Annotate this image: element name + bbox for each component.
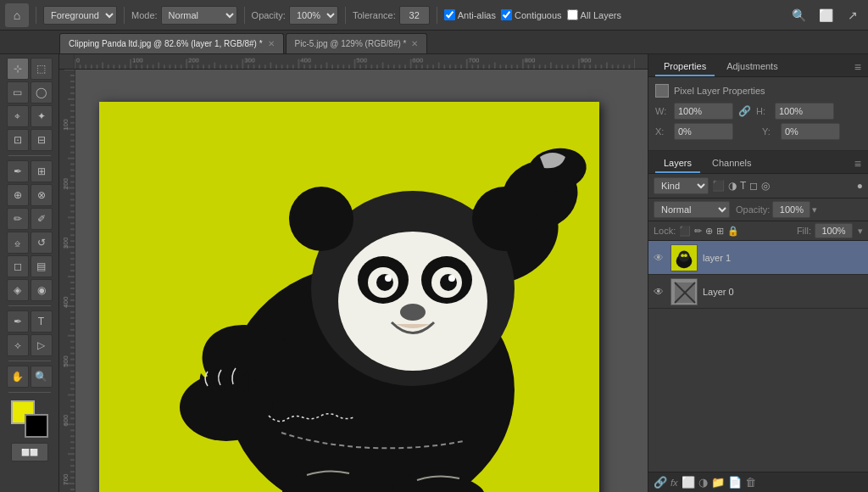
dodge-tool[interactable]: ◉ bbox=[31, 279, 53, 301]
y-input[interactable] bbox=[781, 123, 840, 140]
foreground-group: Foreground bbox=[43, 6, 117, 25]
layers-menu-icon[interactable]: ≡ bbox=[854, 157, 861, 171]
tab-layers[interactable]: Layers bbox=[655, 154, 700, 173]
layer-item-1[interactable]: 👁 Layer 0 bbox=[648, 275, 868, 309]
fx-icon[interactable]: fx bbox=[670, 478, 678, 488]
tab-0-close[interactable]: ✕ bbox=[268, 39, 275, 48]
ruler-top bbox=[75, 54, 635, 69]
shape-filter-icon[interactable]: ◻ bbox=[749, 180, 758, 192]
shape-tool[interactable]: ▷ bbox=[31, 334, 53, 356]
tolerance-input[interactable] bbox=[399, 6, 430, 25]
lasso-tool[interactable]: ⌖ bbox=[7, 105, 29, 127]
crop-tool[interactable]: ⊡ bbox=[7, 129, 29, 151]
tab-adjustments[interactable]: Adjustments bbox=[718, 58, 787, 76]
blend-mode-select[interactable]: Normal bbox=[654, 201, 730, 218]
screen-button[interactable]: ⬜ bbox=[815, 5, 836, 25]
mode-group: Mode: Normal bbox=[131, 6, 237, 25]
anti-alias-checkbox[interactable] bbox=[444, 9, 455, 20]
layers-kind-row: Kind ⬛ ◑ T ◻ ◎ ● bbox=[648, 174, 868, 198]
export-button[interactable]: ↗ bbox=[843, 5, 863, 25]
folder-icon[interactable]: 📁 bbox=[711, 476, 725, 489]
all-layers-checkbox[interactable] bbox=[567, 9, 578, 20]
gradient-tool[interactable]: ▤ bbox=[31, 255, 53, 277]
tab-0[interactable]: Clipping Panda ltd.jpg @ 82.6% (layer 1,… bbox=[59, 33, 284, 53]
marquee-ellipse-tool[interactable]: ◯ bbox=[31, 81, 53, 103]
lock-artboard-icon[interactable]: ⊞ bbox=[716, 226, 724, 237]
lock-all-icon[interactable]: 🔒 bbox=[727, 226, 739, 237]
tab-0-label: Clipping Panda ltd.jpg @ 82.6% (layer 1,… bbox=[69, 39, 263, 48]
canvas-area[interactable] bbox=[59, 54, 648, 492]
heal-tool[interactable]: ⊕ bbox=[7, 184, 29, 206]
delete-layer-icon[interactable]: 🗑 bbox=[745, 476, 756, 489]
lock-transparent-icon[interactable]: ⬛ bbox=[679, 226, 691, 237]
link-icon[interactable]: 🔗 bbox=[738, 105, 751, 117]
hand-tool[interactable]: ✋ bbox=[7, 366, 29, 388]
zoom-tool[interactable]: 🔍 bbox=[31, 366, 53, 388]
history-brush-tool[interactable]: ↺ bbox=[31, 232, 53, 254]
adjustment-icon[interactable]: ◑ bbox=[698, 476, 708, 489]
layer-vis-1[interactable]: 👁 bbox=[654, 286, 665, 298]
fill-arrow[interactable]: ▾ bbox=[858, 226, 863, 237]
opacity-arrow[interactable]: ▾ bbox=[812, 204, 817, 215]
tool-row-hand: ✋ 🔍 bbox=[7, 366, 53, 388]
adjust-filter-icon[interactable]: ◑ bbox=[728, 180, 737, 192]
eraser-tool[interactable]: ◻ bbox=[7, 255, 29, 277]
background-color-swatch[interactable] bbox=[25, 414, 48, 438]
tab-1-label: Pic-5.jpg @ 129% (RGB/8#) * bbox=[295, 39, 407, 48]
tab-1[interactable]: Pic-5.jpg @ 129% (RGB/8#) * ✕ bbox=[286, 33, 428, 53]
pencil-tool[interactable]: ✐ bbox=[31, 208, 53, 230]
layer-item-0[interactable]: 👁 layer 1 bbox=[648, 241, 868, 275]
divider bbox=[345, 7, 346, 24]
pixel-filter-icon[interactable]: ⬛ bbox=[712, 180, 725, 192]
smart-filter-icon[interactable]: ◎ bbox=[761, 180, 770, 192]
home-button[interactable]: ⌂ bbox=[5, 3, 29, 27]
link-layers-icon[interactable]: 🔗 bbox=[654, 476, 667, 489]
type-tool[interactable]: T bbox=[31, 310, 53, 333]
fill-input[interactable] bbox=[815, 223, 853, 238]
blur-tool[interactable]: ◈ bbox=[7, 279, 29, 301]
mode-select[interactable]: Normal bbox=[161, 6, 237, 25]
tool-row-7: ✏ ✐ bbox=[7, 208, 53, 230]
quick-mask-button[interactable]: ⬜⬜ bbox=[11, 443, 48, 461]
tab-channels[interactable]: Channels bbox=[704, 154, 760, 173]
new-layer-icon[interactable]: 📄 bbox=[728, 476, 742, 489]
canvas-document[interactable] bbox=[99, 102, 599, 492]
measure-tool[interactable]: ⊞ bbox=[31, 160, 53, 182]
stamp-tool[interactable]: ⎒ bbox=[7, 232, 29, 254]
artboard-tool[interactable]: ⬚ bbox=[31, 58, 53, 80]
fill-label: Fill: bbox=[797, 226, 811, 236]
path-tool[interactable]: ⟡ bbox=[7, 334, 29, 356]
tool-row-2: ▭ ◯ bbox=[7, 81, 53, 103]
tab-1-close[interactable]: ✕ bbox=[411, 39, 418, 48]
move-tool[interactable]: ⊹ bbox=[7, 58, 29, 80]
lock-paint-icon[interactable]: ✏ bbox=[694, 226, 702, 237]
toggle-filter-icon[interactable]: ● bbox=[857, 180, 863, 192]
tab-properties[interactable]: Properties bbox=[655, 58, 715, 76]
kind-select[interactable]: Kind bbox=[654, 177, 709, 194]
opacity-select[interactable]: 100% bbox=[289, 6, 338, 25]
w-input[interactable] bbox=[674, 103, 733, 120]
brush-tool[interactable]: ✏ bbox=[7, 208, 29, 230]
contiguous-checkbox[interactable] bbox=[501, 9, 512, 20]
layer-vis-0[interactable]: 👁 bbox=[654, 252, 665, 264]
properties-menu-icon[interactable]: ≡ bbox=[854, 60, 861, 74]
lock-move-icon[interactable]: ⊕ bbox=[705, 226, 713, 237]
tabs-row: Clipping Panda ltd.jpg @ 82.6% (layer 1,… bbox=[0, 31, 868, 54]
magic-wand-tool[interactable]: ✦ bbox=[31, 105, 53, 127]
h-input[interactable] bbox=[775, 103, 834, 120]
opacity-group: Opacity: 100% bbox=[252, 6, 338, 25]
opacity-label: Opacity: bbox=[252, 10, 286, 20]
opacity-input[interactable] bbox=[772, 201, 810, 218]
slice-tool[interactable]: ⊟ bbox=[31, 129, 53, 151]
eyedropper-tool[interactable]: ✒ bbox=[7, 160, 29, 182]
foreground-select[interactable]: Foreground bbox=[43, 6, 117, 25]
type-filter-icon[interactable]: T bbox=[740, 180, 746, 192]
pen-tool[interactable]: ✒ bbox=[7, 310, 29, 333]
tool-separator-4 bbox=[8, 392, 51, 393]
x-input[interactable] bbox=[674, 123, 733, 140]
mask-icon[interactable]: ⬜ bbox=[682, 476, 695, 489]
patch-tool[interactable]: ⊗ bbox=[31, 184, 53, 206]
marquee-rect-tool[interactable]: ▭ bbox=[7, 81, 29, 103]
svg-point-26 bbox=[684, 254, 687, 257]
search-button[interactable]: 🔍 bbox=[788, 5, 809, 25]
